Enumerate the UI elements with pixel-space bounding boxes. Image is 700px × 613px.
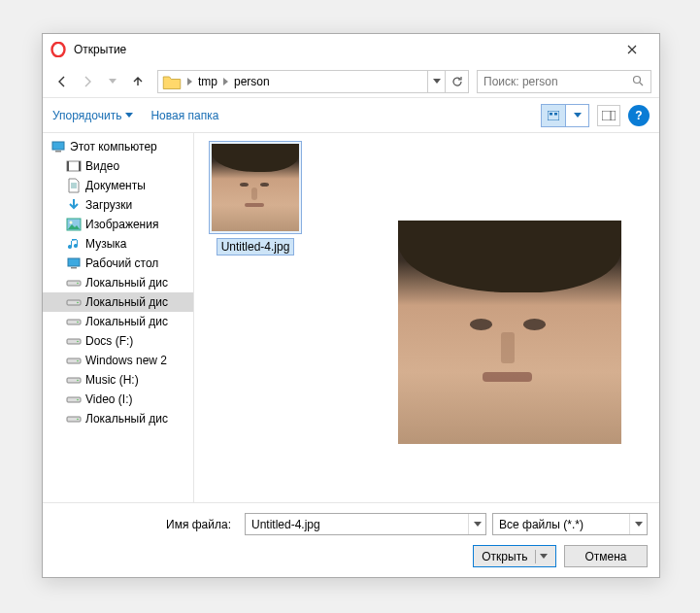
svg-rect-7 [52, 142, 64, 150]
chevron-right-icon[interactable] [221, 75, 230, 88]
drive-icon [66, 275, 82, 290]
open-button[interactable]: Открыть [473, 545, 556, 567]
tree-item[interactable]: Документы [43, 176, 193, 195]
file-label: Untitled-4.jpg [217, 238, 295, 255]
view-dropdown[interactable] [565, 105, 588, 126]
tree-label: Локальный дис [85, 276, 168, 289]
refresh-button[interactable] [445, 71, 468, 92]
svg-point-1 [634, 77, 641, 84]
cancel-button[interactable]: Отмена [564, 545, 648, 567]
body: Этот компьютер ВидеоДокументыЗагрузкиИзо… [43, 133, 659, 502]
svg-rect-30 [67, 417, 81, 422]
tree-label: Локальный дис [85, 412, 168, 426]
svg-rect-3 [550, 113, 552, 116]
tree-label: Изображения [85, 218, 158, 231]
drive-icon [66, 372, 82, 388]
recent-dropdown[interactable] [101, 70, 124, 93]
tree-item[interactable]: Локальный дис [43, 273, 193, 292]
svg-rect-18 [67, 300, 81, 305]
help-button[interactable]: ? [628, 105, 650, 126]
svg-point-23 [77, 341, 79, 343]
tree-item[interactable]: Изображения [43, 215, 193, 234]
titlebar: Открытие [43, 34, 659, 65]
new-folder-button[interactable]: Новая папка [150, 109, 218, 122]
svg-rect-15 [71, 267, 77, 269]
tree-item[interactable]: Рабочий стол [43, 254, 193, 273]
svg-rect-2 [548, 111, 559, 120]
drive-icon [66, 353, 82, 368]
tree-item[interactable]: Windows new 2 [43, 351, 193, 370]
toolbar: Упорядочить Новая папка ? [43, 98, 659, 133]
file-item[interactable]: Untitled-4.jpg [202, 141, 309, 255]
search-icon [632, 75, 645, 87]
filename-combo[interactable] [245, 513, 486, 535]
svg-rect-5 [602, 111, 616, 120]
window-title: Открытие [74, 43, 613, 56]
up-button[interactable] [126, 70, 150, 93]
file-thumbnail [209, 141, 302, 234]
tree-label: Windows new 2 [85, 354, 167, 367]
tree-item[interactable]: Видео [43, 156, 193, 176]
video-icon [66, 158, 82, 174]
file-list[interactable]: Untitled-4.jpg [194, 133, 388, 502]
chevron-right-icon[interactable] [185, 75, 194, 88]
tree-label: Музыка [85, 237, 126, 251]
filename-input[interactable] [246, 518, 468, 531]
organize-menu[interactable]: Упорядочить [52, 109, 133, 122]
forward-button[interactable] [76, 70, 99, 93]
tree-label: Этот компьютер [70, 140, 157, 153]
breadcrumb[interactable]: tmp person [157, 70, 469, 93]
folder-icon [162, 72, 182, 91]
preview-image [398, 221, 621, 444]
svg-point-19 [77, 302, 79, 304]
drive-icon [66, 294, 82, 310]
filetype-dropdown[interactable] [629, 514, 647, 534]
preview-pane-button[interactable] [597, 105, 620, 126]
filetype-combo[interactable]: Все файлы (*.*) [492, 513, 648, 535]
svg-point-27 [77, 380, 79, 382]
svg-point-0 [52, 43, 65, 56]
svg-rect-14 [68, 258, 80, 266]
tree-item[interactable]: Video (I:) [43, 390, 193, 409]
opera-icon [50, 42, 66, 57]
view-icons-button[interactable] [542, 105, 565, 126]
tree-item[interactable]: Локальный дис [43, 409, 193, 428]
svg-point-13 [70, 221, 73, 224]
tree-item[interactable]: Музыка [43, 234, 193, 254]
view-mode-group [541, 104, 589, 127]
svg-rect-8 [55, 151, 61, 153]
svg-point-29 [77, 399, 79, 401]
drive-icon [66, 314, 82, 329]
tree-root-this-pc[interactable]: Этот компьютер [43, 137, 193, 156]
tree-item[interactable]: Локальный дис [43, 292, 193, 312]
drive-icon [66, 333, 82, 349]
nav-tree[interactable]: Этот компьютер ВидеоДокументыЗагрузкиИзо… [43, 133, 194, 502]
tree-item[interactable]: Локальный дис [43, 312, 193, 331]
svg-rect-28 [67, 397, 81, 402]
svg-point-31 [77, 419, 79, 421]
tree-label: Video (I:) [85, 392, 132, 406]
doc-icon [66, 178, 82, 193]
svg-rect-22 [67, 339, 81, 344]
tree-label: Документы [85, 179, 146, 192]
filename-dropdown[interactable] [468, 514, 485, 534]
desktop-icon [66, 255, 82, 271]
tree-item[interactable]: Music (H:) [43, 370, 193, 390]
svg-point-21 [77, 322, 79, 324]
preview-pane [388, 133, 659, 502]
tree-label: Локальный дис [85, 315, 168, 328]
file-open-dialog: Открытие tmp person Упорядочить Но [42, 33, 660, 578]
files-area: Untitled-4.jpg [194, 133, 659, 502]
breadcrumb-dropdown[interactable] [427, 71, 445, 92]
tree-item[interactable]: Загрузки [43, 195, 193, 215]
svg-rect-16 [67, 281, 81, 286]
tree-item[interactable]: Docs (F:) [43, 331, 193, 351]
svg-rect-10 [67, 161, 69, 171]
back-button[interactable] [50, 70, 74, 93]
search-field[interactable] [483, 75, 632, 88]
filename-label: Имя файла: [54, 518, 239, 531]
breadcrumb-seg-tmp[interactable]: tmp [194, 75, 221, 88]
breadcrumb-seg-person[interactable]: person [230, 75, 274, 88]
search-input[interactable] [477, 70, 651, 93]
close-button[interactable] [613, 36, 651, 63]
